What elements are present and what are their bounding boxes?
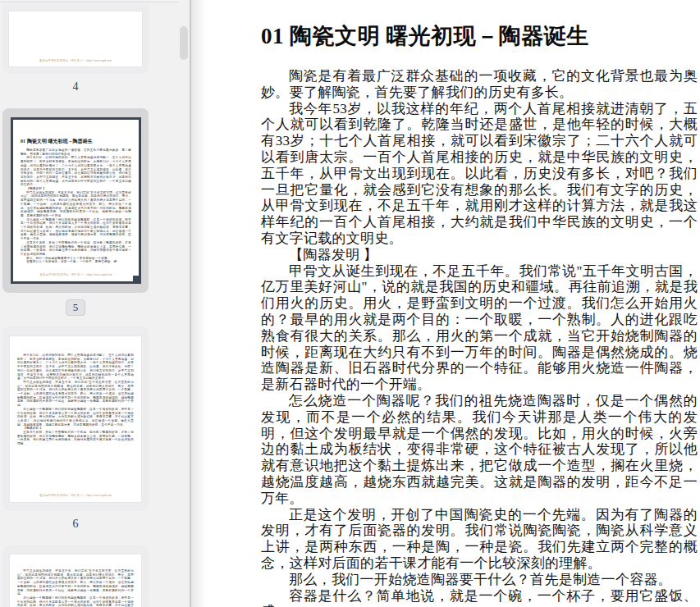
thumbnail-page-6[interactable]: 我今年53岁，以我这样的年纪，两个人首尾相接就进清朝了，五个人就可以看到乾隆了。… bbox=[2, 326, 149, 531]
thumbnail-page-5-content: 01陶瓷文明 曙光初现－陶器诞生 陶瓷是有着最广泛群众基础的一项收藏，它的文化背… bbox=[13, 120, 139, 281]
paragraph: 我今年53岁，以我这样的年纪，两个人首尾相接就进清朝了，五个人就可以看到乾隆了。… bbox=[261, 101, 698, 247]
paragraph: 甲骨文从诞生到现在，不足五千年。我们常说"五千年文明古国，亿万里美好河山"，说的… bbox=[261, 263, 698, 393]
current-page-number-badge: 5 bbox=[2, 299, 149, 316]
document-body: 陶瓷是有着最广泛群众基础的一项收藏，它的文化背景也最为奥妙。要了解陶瓷，首先要了… bbox=[261, 68, 698, 607]
thumbnail-watermark: 更多电子书精品请访问《书行天下》: http://www.xspd.com bbox=[13, 273, 139, 276]
page-number-label: 6 bbox=[2, 518, 149, 531]
paragraph: 正是这个发明，开创了中国陶瓷史的一个先端。因为有了陶器的发明，才有了后面瓷器的发… bbox=[261, 507, 698, 572]
sidebar-scrollbar-thumb[interactable] bbox=[180, 26, 188, 60]
thumbnail-page-6-content: 我今年53岁，以我这样的年纪，两个人首尾相接就进清朝了，五个人就可以看到乾隆了。… bbox=[10, 336, 141, 502]
document-view: 01陶瓷文明 曙光初现－陶器诞生 陶瓷是有着最广泛群众基础的一项收藏，它的文化背… bbox=[191, 0, 700, 607]
thumbnail-page-7[interactable]: 甲骨文从诞生到现在，不足五千年。我们常说"五千年文明古国，亿万里美好河山"，说的… bbox=[2, 545, 149, 607]
sidebar-shadow bbox=[191, 0, 206, 607]
pdf-reader-window: 更多电子书精品请访问《书行天下》: http://www.xspd.com 4 … bbox=[0, 0, 700, 607]
paragraph: 怎么烧造一个陶器呢？我们的祖先烧造陶器时，仅是一个偶然的发现，而不是一个必然的结… bbox=[261, 393, 698, 507]
chapter-number: 01 bbox=[261, 24, 284, 48]
paragraph: 那么，我们一开始烧造陶器要干什么？首先是制造一个容器。 bbox=[261, 572, 698, 588]
thumbnail-page-4[interactable]: 更多电子书精品请访问《书行天下》: http://www.xspd.com 4 bbox=[2, 4, 149, 94]
thumbnail-watermark: 更多电子书精品请访问《书行天下》: http://www.xspd.com bbox=[10, 494, 141, 497]
section-heading: 【陶器发明 】 bbox=[261, 247, 698, 263]
page-number-label: 4 bbox=[2, 80, 149, 94]
paragraph: 陶瓷是有着最广泛群众基础的一项收藏，它的文化背景也最为奥妙。要了解陶瓷，首先要了… bbox=[261, 68, 698, 101]
document-page: 01陶瓷文明 曙光初现－陶器诞生 陶瓷是有着最广泛群众基础的一项收藏，它的文化背… bbox=[261, 0, 698, 607]
thumbnail-watermark: 更多电子书精品请访问《书行天下》: http://www.xspd.com bbox=[9, 59, 142, 62]
selected-page-corner-mark bbox=[133, 276, 139, 281]
previous-thumbnail-edge bbox=[0, 2, 178, 2]
thumbnail-page-5-selected[interactable]: 01陶瓷文明 曙光初现－陶器诞生 陶瓷是有着最广泛群众基础的一项收藏，它的文化背… bbox=[2, 108, 149, 316]
chapter-title-text: 陶瓷文明 曙光初现－陶器诞生 bbox=[290, 24, 589, 48]
paragraph: 容器是什么？简单地说，就是一个碗，一个杯子，要用它盛饭、盛 bbox=[261, 588, 698, 607]
thumbnail-sidebar: 更多电子书精品请访问《书行天下》: http://www.xspd.com 4 … bbox=[0, 0, 191, 607]
thumbnail-page-7-content: 甲骨文从诞生到现在，不足五千年。我们常说"五千年文明古国，亿万里美好河山"，说的… bbox=[10, 555, 141, 607]
chapter-title: 01陶瓷文明 曙光初现－陶器诞生 bbox=[261, 23, 698, 49]
